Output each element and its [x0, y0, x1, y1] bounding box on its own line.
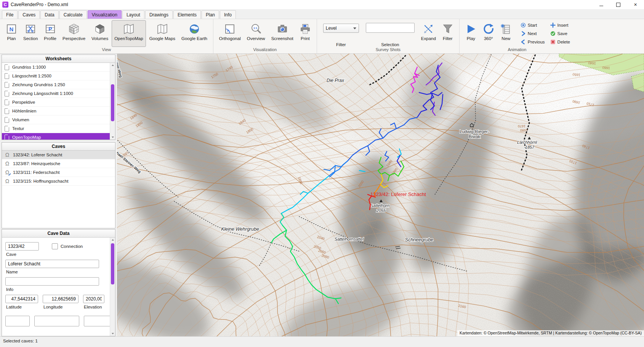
overview-button[interactable]: 1:1Overview: [244, 20, 268, 47]
cave-name-input[interactable]: [5, 260, 99, 268]
profile-button[interactable]: PProfile: [41, 20, 59, 47]
elevation-label: Elevation: [84, 305, 104, 309]
next-button[interactable]: Next: [521, 29, 545, 38]
map-attribution: Kartendaten: © OpenStreetMap-Mitwirkende…: [457, 330, 644, 336]
start-button[interactable]: Start: [521, 21, 545, 29]
cave-info-input[interactable]: [5, 277, 99, 286]
perspective-button[interactable]: Perspective: [60, 20, 88, 47]
button-label: Plan: [7, 36, 16, 41]
newanim-button[interactable]: New: [498, 20, 514, 47]
ribbon-group-label: Visualization: [213, 47, 317, 53]
save-button[interactable]: Save: [550, 29, 570, 38]
tab-drawings[interactable]: Drawings: [145, 10, 173, 19]
orthogonal-icon: [224, 23, 235, 35]
worksheet-item[interactable]: Perspektive: [2, 98, 115, 107]
tab-data[interactable]: Data: [40, 10, 58, 19]
worksheet-item[interactable]: OpenTopoMap: [2, 133, 115, 140]
cave-item[interactable]: Ω1323/111: Federschacht: [2, 168, 115, 177]
cave-item[interactable]: Ω1323/87: Heinzquetsche: [2, 159, 115, 168]
latitude-input[interactable]: [5, 295, 38, 303]
cave-data-scrollbar[interactable]: [110, 238, 115, 336]
worksheet-item[interactable]: Längsschnitt 1:2500: [2, 72, 115, 80]
filter-dropdown[interactable]: Level: [323, 24, 359, 33]
button-label: Delete: [557, 40, 570, 44]
previous-icon: [521, 39, 526, 45]
section-icon: [25, 23, 36, 35]
expand-button[interactable]: Expand: [418, 20, 439, 47]
selection-input[interactable]: [366, 23, 415, 33]
close-button[interactable]: ×: [627, 0, 644, 9]
cave-info-label: Info: [6, 287, 110, 292]
funnel-icon: [442, 23, 453, 35]
tab-visualization[interactable]: Visualization: [88, 10, 122, 19]
opentopomap-button[interactable]: OpenTopoMap: [112, 20, 146, 47]
cave-data-partial-field[interactable]: [34, 316, 79, 326]
button-label: Orthogonal: [219, 36, 241, 41]
minimize-button[interactable]: [593, 0, 610, 9]
connection-checkbox[interactable]: [52, 243, 58, 249]
tab-layout[interactable]: Layout: [122, 10, 144, 19]
delete-button[interactable]: Delete: [550, 38, 570, 46]
worksheet-item[interactable]: Zeichnung Längsschnitt 1:1000: [2, 89, 115, 98]
worksheet-item[interactable]: Volumen: [2, 116, 115, 124]
cave-data-partial-field[interactable]: [84, 316, 110, 326]
insert-button[interactable]: Insert: [550, 21, 570, 29]
cave-item[interactable]: Ω1323/42: Loferer Schacht: [2, 151, 115, 159]
longitude-input[interactable]: [43, 295, 78, 303]
worksheet-item[interactable]: Zeichnung Grundriss 1:250: [2, 80, 115, 89]
worksheet-page-icon: [5, 126, 9, 132]
worksheet-page-icon: [5, 91, 9, 96]
tab-file[interactable]: File: [2, 10, 18, 19]
previous-button[interactable]: Previous: [521, 38, 545, 46]
expand-icon: [423, 23, 434, 35]
worksheet-item-label: Höhlenlinien: [12, 109, 36, 113]
googleearth-button[interactable]: Google Earth: [179, 20, 210, 47]
button-label: Screenshot: [271, 36, 293, 41]
opentopomap-view[interactable]: 1750174018401850183018401850189019801990…: [117, 54, 644, 336]
button-label: Overview: [247, 36, 265, 41]
cave-data-scrollbar-thumb[interactable]: [111, 243, 114, 284]
worksheet-item[interactable]: Grundriss 1:1000: [2, 63, 115, 72]
scroll-down-icon[interactable]: [110, 135, 115, 140]
scroll-up-icon[interactable]: [110, 238, 115, 242]
tab-elements[interactable]: Elements: [173, 10, 201, 19]
funnel-button[interactable]: Filter: [439, 20, 456, 47]
worksheet-page-icon: [5, 117, 9, 123]
tab-plan[interactable]: Plan: [202, 10, 219, 19]
opentopomap-icon: [123, 23, 135, 35]
profile-icon: P: [45, 23, 56, 35]
connection-label: Connection: [61, 244, 83, 249]
button-label: Insert: [557, 23, 569, 27]
map-canvas[interactable]: 1750174018401850183018401850189019801990…: [117, 54, 644, 336]
tab-caves[interactable]: Caves: [18, 10, 40, 19]
screenshot-button[interactable]: Screenshot: [269, 20, 296, 47]
section-button[interactable]: Section: [21, 20, 40, 47]
start-icon: [521, 22, 526, 28]
cave-id-input[interactable]: [5, 242, 39, 251]
volumes-button[interactable]: Volumes: [89, 20, 111, 47]
worksheet-item-label: OpenTopoMap: [12, 135, 41, 140]
googlemaps-button[interactable]: Google Maps: [147, 20, 178, 47]
print-button[interactable]: Print: [297, 20, 314, 47]
button-label: 360°: [484, 36, 493, 41]
scroll-down-icon[interactable]: [110, 331, 115, 336]
cave-item[interactable]: Ω1323/115: Hoffnungsschacht: [2, 177, 115, 186]
tab-info[interactable]: Info: [220, 10, 236, 19]
elevation-input[interactable]: [83, 295, 104, 303]
worksheet-item[interactable]: Textur: [2, 124, 115, 133]
plan-icon: N: [6, 23, 17, 35]
plan-button[interactable]: NPlan: [3, 20, 20, 47]
scroll-up-icon[interactable]: [110, 63, 115, 67]
worksheets-scrollbar-thumb[interactable]: [111, 84, 114, 121]
maximize-button[interactable]: [610, 0, 627, 9]
play-button[interactable]: Play: [463, 20, 479, 47]
menu-tab-bar: FileCavesDataCalculateVisualizationLayou…: [0, 9, 644, 19]
worksheets-scrollbar[interactable]: [110, 63, 115, 140]
tab-calculate[interactable]: Calculate: [59, 10, 87, 19]
worksheet-item[interactable]: Höhlenlinien: [2, 107, 115, 116]
perspective-icon: [68, 23, 80, 35]
rotate360-button[interactable]: 360°: [480, 20, 497, 47]
next-icon: [521, 31, 526, 36]
cave-data-partial-field[interactable]: [5, 316, 30, 326]
orthogonal-button[interactable]: Orthogonal: [216, 20, 244, 47]
